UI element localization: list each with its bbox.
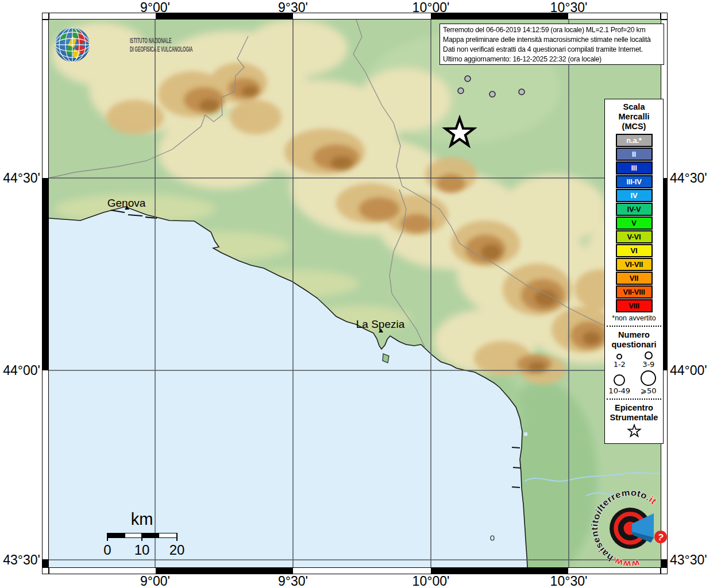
info-line-event: Terremoto del 06-06-2019 14:12:59 (ora l… bbox=[443, 25, 650, 34]
questionnaire-size-label: 1-2 bbox=[614, 360, 626, 369]
legend-title-2: Mercalli bbox=[605, 112, 663, 122]
epicenter-title-2: Strumentale bbox=[605, 413, 663, 423]
islet bbox=[491, 536, 494, 540]
mercalli-chip-V-VI: V-VI bbox=[616, 230, 653, 243]
mercalli-chip-VII: VII bbox=[616, 272, 653, 285]
ingv-globe-icon bbox=[53, 26, 91, 64]
epicenter-title-1: Epicentro bbox=[605, 403, 663, 413]
legend-separator-1 bbox=[607, 326, 661, 327]
mercalli-scale-list: n.a.*IIIIIIII-IVIVIV-VVV-VIVIVI-VIIVIIVI… bbox=[605, 134, 663, 312]
city-marker-genova bbox=[125, 206, 129, 210]
lon-label-bottom-4: 10°30' bbox=[550, 574, 588, 588]
ingv-logo-text: ISTITUTO NAZIONALE DI GEOFISICA E VULCAN… bbox=[130, 37, 193, 54]
questionnaire-title-2: questionari bbox=[605, 340, 663, 350]
ingv-logo: ISTITUTO NAZIONALE DI GEOFISICA E VULCAN… bbox=[53, 26, 197, 65]
legend-separator-2 bbox=[607, 399, 661, 400]
mercalli-chip-VI: VI bbox=[616, 244, 653, 257]
questionnaire-size-item: 1-2 bbox=[605, 354, 634, 369]
legend-box: Scala Mercalli (MCS) n.a.*IIIIIIII-IVIVI… bbox=[604, 99, 664, 444]
lat-label-left-2: 44°00' bbox=[0, 363, 40, 378]
mercalli-chip-VII-VIII: VII-VIII bbox=[616, 285, 653, 299]
questionnaire-size-item: 10-49 bbox=[605, 374, 634, 395]
legend-title-3: (MCS) bbox=[605, 122, 663, 131]
questionnaire-size-label: ⩾50 bbox=[641, 386, 656, 395]
mercalli-chip-II: II bbox=[616, 148, 653, 161]
map-frame-bottom bbox=[49, 567, 661, 574]
legend-title-1: Scala bbox=[605, 102, 663, 112]
info-line-map: Mappa preliminare delle intensità macros… bbox=[443, 34, 650, 44]
na-locality-dot bbox=[465, 76, 471, 82]
frame-corner-sw bbox=[42, 567, 49, 574]
questionnaire-circle-icon bbox=[645, 351, 653, 359]
map-frame-left bbox=[42, 20, 49, 567]
questionnaire-sizes: 1-23-910-49⩾50 bbox=[605, 351, 663, 395]
info-line-data: Dati non verificati estratti da 4 questi… bbox=[443, 44, 650, 54]
terrain-map bbox=[49, 20, 661, 567]
questionnaire-circle-icon bbox=[614, 374, 625, 386]
lon-label-bottom-1: 9°00' bbox=[140, 574, 170, 588]
questionnaire-size-label: 10-49 bbox=[608, 386, 630, 395]
lat-label-left-3: 43°30' bbox=[0, 552, 40, 568]
scale-bar-tick-0 bbox=[107, 533, 108, 541]
scale-bar-tick-20 bbox=[176, 533, 178, 541]
frame-corner-nw bbox=[42, 13, 49, 20]
mercalli-chip-III-IV: III-IV bbox=[616, 175, 653, 188]
frame-corner-se bbox=[661, 567, 668, 574]
haisentitoilterremoto-logo: www.haisentitoilterremoto.it ? bbox=[581, 481, 679, 567]
lon-label-bottom-2: 9°30' bbox=[278, 574, 308, 588]
logo-question-badge: ? bbox=[653, 529, 669, 545]
scale-bar-label-10: 10 bbox=[134, 542, 150, 558]
scale-bar-label-20: 20 bbox=[169, 542, 185, 558]
info-line-update: Ultimo aggiornamento: 16-12-2025 22:32 (… bbox=[443, 54, 650, 64]
lat-label-left-1: 44°30' bbox=[0, 171, 40, 186]
scale-bar-label-0: 0 bbox=[103, 542, 111, 558]
city-marker-la-spezia bbox=[379, 328, 383, 332]
scale-bar: km 0 10 20 bbox=[103, 510, 184, 529]
mercalli-chip-n.a.*: n.a.* bbox=[616, 134, 653, 147]
scale-bar-tick-10 bbox=[141, 533, 142, 541]
event-info-box: Terremoto del 06-06-2019 14:12:59 (ora l… bbox=[439, 24, 664, 65]
mercalli-chip-VI-VII: VI-VII bbox=[616, 258, 653, 271]
ingv-line1: ISTITUTO NAZIONALE bbox=[130, 37, 193, 45]
questionnaire-title-1: Numero bbox=[605, 330, 663, 340]
legend-star-icon bbox=[627, 424, 642, 439]
questionnaire-size-item: ⩾50 bbox=[634, 370, 664, 395]
legend-footnote: *non avvertito bbox=[605, 314, 663, 322]
questionnaire-circle-icon bbox=[641, 370, 656, 386]
scale-bar-unit: km bbox=[103, 510, 180, 529]
map-frame-top bbox=[49, 13, 661, 20]
na-locality-dot bbox=[458, 88, 464, 94]
frame-corner-ne bbox=[661, 13, 668, 20]
questionnaire-size-item: 3-9 bbox=[634, 351, 664, 369]
questionnaire-circle-icon bbox=[616, 354, 622, 359]
mercalli-chip-IV: IV bbox=[616, 189, 653, 202]
lat-label-right-2: 44°00' bbox=[670, 363, 707, 378]
questionnaire-size-label: 3-9 bbox=[642, 360, 654, 369]
na-locality-dot bbox=[519, 89, 525, 95]
macroseismic-map-page: 9°00' 9°30' 10°00' 10°30' 9°00' 9°30' 10… bbox=[0, 0, 721, 588]
mercalli-chip-III: III bbox=[616, 161, 653, 175]
ingv-line2: DI GEOFISICA E VULCANOLOGIA bbox=[130, 45, 193, 54]
na-locality-dot bbox=[489, 91, 495, 97]
lat-label-right-1: 44°30' bbox=[670, 171, 707, 186]
mercalli-chip-IV-V: IV-V bbox=[616, 203, 653, 216]
mercalli-chip-VIII: VIII bbox=[616, 299, 653, 312]
lon-label-bottom-3: 10°00' bbox=[412, 574, 450, 588]
mercalli-chip-V: V bbox=[616, 216, 653, 230]
